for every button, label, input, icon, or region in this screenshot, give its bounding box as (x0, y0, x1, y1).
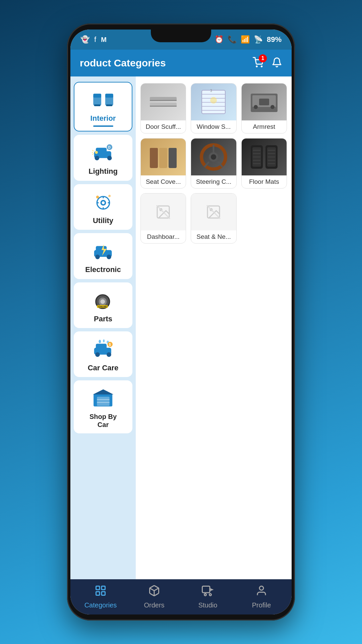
main-content: Interior (70, 76, 292, 579)
studio-label: Studio (198, 601, 218, 609)
nav-item-studio[interactable]: Studio (181, 585, 235, 609)
svg-rect-101 (102, 586, 105, 590)
sidebar-item-parts[interactable]: CHILWE Parts (74, 282, 132, 328)
signal-icon: 📡 (254, 35, 263, 44)
svg-point-0 (256, 66, 257, 67)
phone-frame: 👻 f M ⏰ 📞 📶 📡 89% roduct Categories (67, 23, 295, 621)
sidebar-item-lighting[interactable]: D Lighting (74, 135, 132, 180)
sidebar-item-car-care[interactable]: $ Car Care (74, 331, 132, 377)
svg-rect-68 (150, 152, 158, 168)
svg-point-107 (209, 594, 212, 596)
svg-point-20 (102, 201, 105, 204)
svg-point-25 (96, 196, 99, 199)
svg-rect-53 (150, 100, 177, 101)
categories-label: Categories (84, 601, 117, 609)
header-actions: 1 (252, 57, 282, 69)
alarm-icon: ⏰ (215, 35, 224, 44)
svg-rect-38 (96, 344, 106, 349)
sidebar-item-shop-by-car[interactable]: Shop ByCar (74, 380, 132, 433)
svg-point-108 (259, 586, 263, 590)
seat-cover-label: Seat Cove... (141, 175, 186, 188)
svg-point-12 (95, 151, 98, 154)
notification-button[interactable] (272, 57, 282, 69)
parts-label: Parts (94, 315, 112, 323)
wifi-icon: 📶 (241, 35, 250, 44)
battery-level: 89% (267, 35, 282, 44)
svg-rect-103 (102, 592, 105, 595)
active-indicator (93, 125, 113, 127)
shop-by-car-icon (90, 386, 117, 410)
product-card-dashboard[interactable]: Dashboar... (140, 193, 186, 244)
product-img-steering (191, 139, 236, 175)
lighting-label: Lighting (88, 167, 118, 176)
orders-icon (148, 585, 160, 599)
svg-marker-47 (93, 389, 113, 394)
product-card-armrest[interactable]: Armrest (241, 83, 287, 133)
svg-point-26 (108, 195, 111, 197)
svg-rect-100 (96, 586, 100, 590)
cart-button[interactable]: 1 (252, 57, 264, 69)
product-card-steering[interactable]: Steering C... (191, 138, 236, 189)
utility-icon (90, 190, 117, 214)
seat-neck-label: Seat & Ne... (191, 230, 236, 243)
svg-rect-48 (97, 397, 109, 406)
door-scuff-label: Door Scuff... (141, 120, 186, 133)
svg-line-13 (92, 150, 93, 151)
svg-rect-105 (202, 586, 210, 593)
product-card-window-shade[interactable]: 3 Window S... (191, 83, 236, 133)
floor-mats-label: Floor Mats (242, 175, 287, 188)
sidebar-item-interior[interactable]: Interior (74, 82, 132, 131)
facebook-icon: f (94, 35, 96, 44)
svg-point-30 (107, 255, 111, 259)
svg-point-1 (261, 66, 262, 67)
call-icon: 📞 (228, 35, 237, 44)
svg-point-42 (103, 339, 105, 342)
status-bar: 👻 f M ⏰ 📞 📶 📡 89% (70, 30, 292, 50)
svg-rect-6 (94, 104, 100, 106)
gmail-icon: M (101, 36, 107, 44)
car-care-label: Car Care (88, 364, 119, 372)
nav-item-categories[interactable]: Categories (74, 585, 127, 609)
product-img-floor-mats (242, 139, 287, 175)
category-sidebar: Interior (70, 76, 136, 579)
svg-text:CHILWE: CHILWE (98, 306, 107, 308)
sidebar-item-electronic[interactable]: Electronic (74, 233, 132, 279)
interior-icon (90, 88, 117, 111)
product-card-floor-mats[interactable]: Floor Mats (241, 138, 287, 189)
svg-point-11 (107, 156, 112, 161)
svg-point-29 (95, 255, 100, 259)
product-card-door-scuff[interactable]: Door Scuff... (140, 83, 186, 133)
svg-text:D: D (108, 146, 110, 149)
svg-rect-3 (93, 94, 101, 98)
product-card-seat-neck[interactable]: Seat & Ne... (191, 193, 236, 244)
phone-screen: 👻 f M ⏰ 📞 📶 📡 89% roduct Categories (70, 30, 292, 614)
categories-icon (95, 585, 107, 599)
electronic-label: Electronic (85, 265, 121, 274)
svg-point-10 (95, 156, 99, 161)
svg-rect-73 (169, 148, 177, 153)
product-img-dashboard (141, 194, 186, 230)
svg-rect-54 (150, 106, 177, 107)
product-card-seat-cover[interactable]: Seat Cove... (140, 138, 186, 189)
sidebar-item-utility[interactable]: Utility (74, 184, 132, 230)
notch (151, 30, 211, 42)
svg-point-40 (107, 352, 111, 357)
svg-point-67 (270, 105, 275, 109)
svg-text:3: 3 (210, 89, 212, 93)
nav-item-orders[interactable]: Orders (127, 585, 181, 609)
product-img-window-shade: 3 (191, 84, 236, 120)
svg-rect-65 (259, 99, 269, 105)
studio-icon (202, 585, 214, 599)
product-img-door-scuff (141, 84, 186, 120)
cart-badge: 1 (259, 54, 267, 62)
orders-label: Orders (144, 601, 164, 609)
nav-item-profile[interactable]: Profile (235, 585, 288, 609)
svg-line-15 (92, 154, 93, 155)
utility-label: Utility (93, 216, 113, 225)
steering-label: Steering C... (191, 175, 236, 188)
status-icons-left: 👻 f M (80, 35, 107, 44)
status-icons-right: ⏰ 📞 📶 📡 89% (215, 35, 282, 44)
product-img-armrest (242, 84, 287, 120)
profile-icon (255, 585, 267, 599)
svg-point-66 (254, 105, 258, 109)
